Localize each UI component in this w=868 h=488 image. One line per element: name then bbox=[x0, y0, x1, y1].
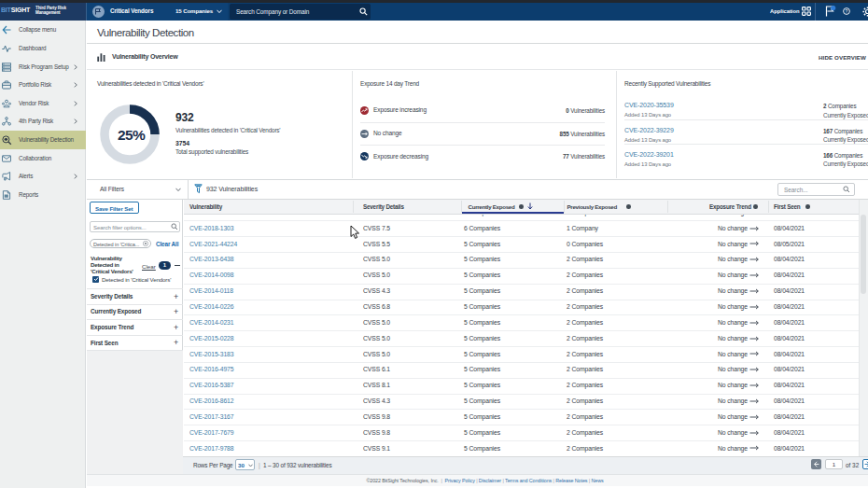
svg-text:?: ? bbox=[846, 8, 848, 14]
svg-text:25%: 25% bbox=[118, 127, 146, 143]
